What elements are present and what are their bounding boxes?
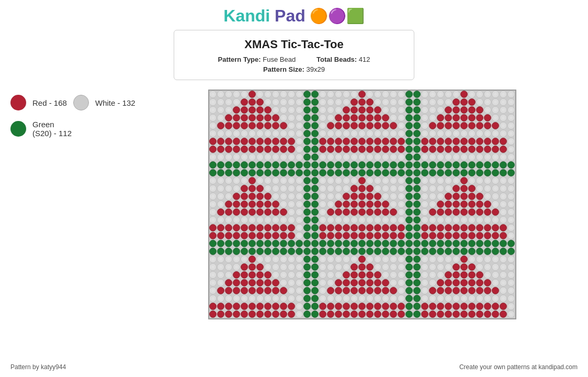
legend-item-green: Green (S20) - 112 bbox=[10, 120, 73, 138]
green-swatch bbox=[10, 121, 26, 137]
pattern-title: XMAS Tic-Tac-Toe bbox=[185, 38, 403, 51]
logo-kandi: Kandi bbox=[223, 6, 270, 25]
header: Kandi Pad 🟠🟣🟩 bbox=[0, 0, 588, 30]
logo-icons: 🟠🟣🟩 bbox=[310, 7, 365, 25]
pattern-size: Pattern Size: 39x29 bbox=[263, 65, 325, 73]
white-label: White - 132 bbox=[95, 98, 135, 107]
red-label: Red - 168 bbox=[32, 98, 67, 107]
red-swatch bbox=[10, 95, 26, 110]
bead-grid-canvas bbox=[208, 90, 516, 319]
legend: Red - 168 Green (S20) - 112 White - 132 bbox=[10, 90, 136, 147]
main-layout: Red - 168 Green (S20) - 112 White - 132 bbox=[0, 90, 588, 319]
info-card: XMAS Tic-Tac-Toe Pattern Type: Fuse Bead… bbox=[174, 30, 414, 80]
logo-pad: Pad bbox=[270, 6, 306, 25]
total-beads: Total Beads: 412 bbox=[316, 56, 370, 63]
legend-item-red: Red - 168 bbox=[10, 95, 73, 110]
footer: Pattern by katyy944 Create your own patt… bbox=[0, 363, 588, 371]
footer-right: Create your own patterns at kandipad.com bbox=[459, 363, 578, 371]
pattern-type: Pattern Type: Fuse Bead bbox=[218, 56, 296, 63]
grid-container bbox=[146, 90, 578, 319]
logo: Kandi Pad bbox=[223, 6, 305, 26]
white-swatch bbox=[73, 95, 89, 110]
green-label: Green (S20) - 112 bbox=[32, 120, 73, 138]
footer-left: Pattern by katyy944 bbox=[10, 363, 66, 371]
legend-item-white: White - 132 bbox=[73, 95, 136, 110]
